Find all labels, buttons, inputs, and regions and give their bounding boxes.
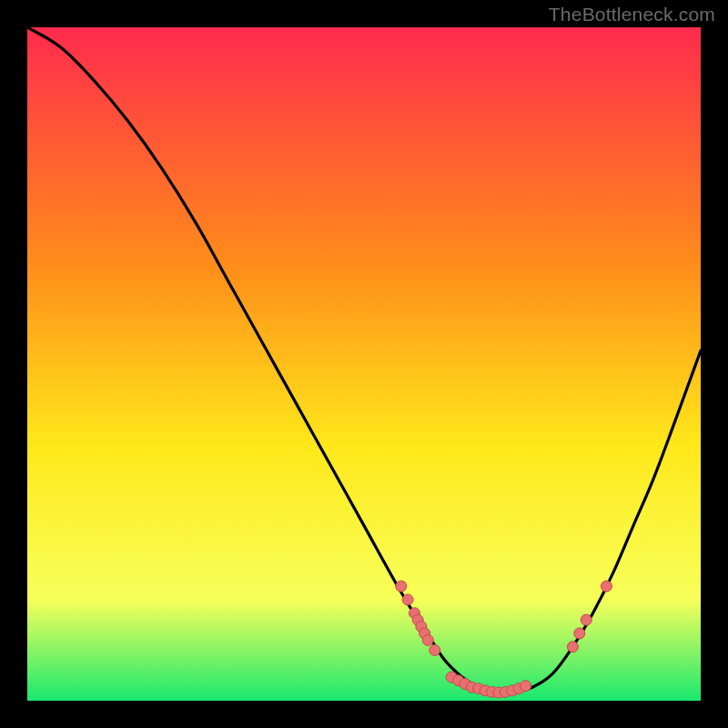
chart-frame: TheBottleneck.com bbox=[0, 0, 728, 728]
data-point bbox=[601, 581, 612, 592]
data-point bbox=[567, 642, 578, 652]
data-point bbox=[521, 681, 531, 692]
bottleneck-chart bbox=[27, 27, 701, 701]
data-point bbox=[402, 594, 413, 605]
data-point bbox=[574, 628, 585, 639]
data-point bbox=[430, 645, 440, 656]
watermark-label: TheBottleneck.com bbox=[549, 4, 715, 25]
data-point bbox=[422, 634, 433, 645]
data-point bbox=[396, 581, 407, 592]
data-point bbox=[581, 614, 592, 625]
